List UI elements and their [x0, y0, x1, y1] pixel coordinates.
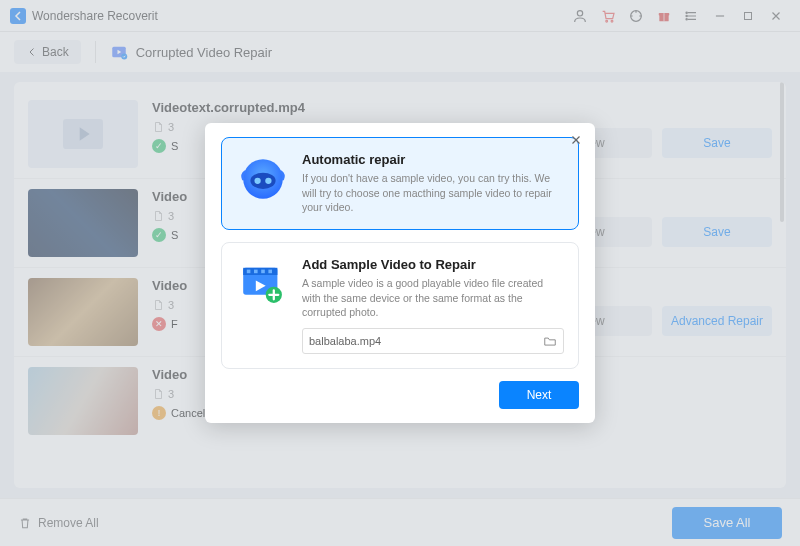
automatic-repair-title: Automatic repair: [302, 152, 564, 167]
sample-filename: balbalaba.mp4: [309, 335, 381, 347]
svg-rect-24: [261, 270, 265, 274]
svg-rect-22: [247, 270, 251, 274]
svg-rect-25: [268, 270, 272, 274]
automatic-repair-desc: If you don't have a sample video, you ca…: [302, 171, 564, 215]
add-sample-desc: A sample video is a good playable video …: [302, 276, 564, 320]
next-label: Next: [527, 388, 552, 402]
add-sample-option[interactable]: Add Sample Video to Repair A sample vide…: [221, 242, 579, 369]
robot-icon: [236, 152, 290, 206]
svg-point-18: [254, 178, 260, 184]
add-sample-title: Add Sample Video to Repair: [302, 257, 564, 272]
automatic-repair-option[interactable]: Automatic repair If you don't have a sam…: [221, 137, 579, 230]
folder-icon[interactable]: [543, 335, 557, 347]
sample-file-input[interactable]: balbalaba.mp4: [302, 328, 564, 354]
svg-rect-23: [254, 270, 258, 274]
svg-point-17: [250, 173, 275, 189]
close-icon[interactable]: [569, 133, 583, 147]
modal-overlay: Automatic repair If you don't have a sam…: [0, 0, 800, 546]
next-button[interactable]: Next: [499, 381, 579, 409]
svg-point-19: [265, 178, 271, 184]
add-video-icon: [236, 257, 290, 311]
repair-mode-modal: Automatic repair If you don't have a sam…: [205, 123, 595, 423]
